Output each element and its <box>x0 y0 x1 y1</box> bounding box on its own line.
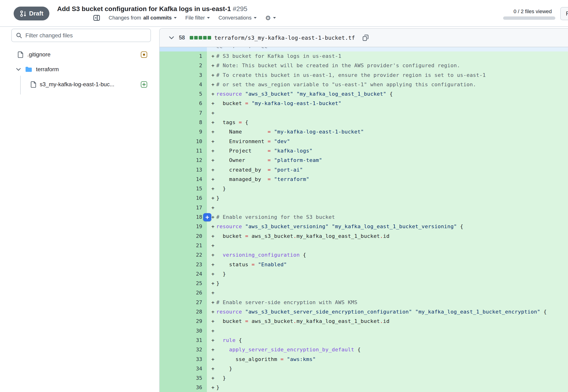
filter-changed-files-input[interactable] <box>25 32 150 39</box>
code-token: "aws_s3_bucket" <box>245 91 293 97</box>
line-number[interactable]: 28 <box>160 307 207 317</box>
changes-from-dropdown[interactable]: Changes from all commits <box>109 15 177 21</box>
line-content: + bucket = aws_s3_bucket.my_kafka_log_ea… <box>207 317 568 326</box>
code-token: { <box>386 91 393 97</box>
diff-line-23: 23+ status = "Enabled" <box>160 260 568 269</box>
line-number[interactable]: 15 <box>160 184 207 193</box>
line-number[interactable]: 21 <box>160 241 207 250</box>
line-number[interactable]: 36 <box>160 383 207 392</box>
diff-line-33: 33+ sse_algorithm = "aws:kms" <box>160 355 568 364</box>
line-number[interactable]: 17 <box>160 203 207 212</box>
code-token <box>216 252 223 258</box>
file-filter-dropdown[interactable]: File filter <box>185 15 210 21</box>
gear-icon: ⚙ <box>265 15 271 21</box>
line-content: + bucket = aws_s3_bucket.my_kafka_log_ea… <box>207 231 568 241</box>
diff-toolbar: Changes from all commits File filter Con… <box>93 14 276 22</box>
diff-settings-dropdown[interactable]: ⚙ <box>265 15 276 21</box>
file-path-link[interactable]: terraform/s3_my-kafka-log-east-1-bucket.… <box>214 35 355 41</box>
line-content: +# or set the aws_region variable to "us… <box>207 80 568 89</box>
line-number[interactable]: 18 <box>160 212 207 222</box>
collapse-sidebar-icon <box>93 14 100 21</box>
code-token: = <box>245 318 249 324</box>
line-number[interactable]: 30 <box>160 326 207 336</box>
line-number[interactable]: 20 <box>160 231 207 241</box>
hunk-header-text: @@ -0,0 +1,58 @@ <box>216 47 268 48</box>
line-number[interactable]: 16 <box>160 193 207 203</box>
code-token <box>412 309 415 315</box>
diff-line-14: 14+ managed_by = "terraform" <box>160 175 568 184</box>
line-number[interactable]: 9 <box>160 127 207 137</box>
addition-marker: + <box>211 317 216 326</box>
line-number[interactable]: 27 <box>160 298 207 307</box>
line-content: +# S3 bucket for Kafka logs in us-east-1 <box>207 52 568 61</box>
line-number[interactable]: 14 <box>160 175 207 184</box>
add-line-comment-button[interactable]: + <box>203 213 211 221</box>
addition-marker: + <box>211 383 216 392</box>
diff-line-25: 25+} <box>160 279 568 288</box>
code-token: # or set the aws_region variable to "us-… <box>216 82 476 87</box>
hunk-gutter <box>160 47 207 52</box>
line-number[interactable]: 5 <box>160 89 207 99</box>
line-number[interactable]: 7 <box>160 108 207 118</box>
line-number[interactable]: 11 <box>160 146 207 155</box>
code-token <box>284 356 287 362</box>
code-token: id <box>383 233 390 239</box>
line-number[interactable]: 31 <box>160 336 207 345</box>
collapse-file-button[interactable] <box>169 36 174 40</box>
code-token: "kafka-logs" <box>274 148 313 154</box>
tree-item-s3-bucket-file[interactable]: s3_my-kafka-log-east-1-buc... <box>0 78 155 91</box>
line-number[interactable]: 1 <box>160 52 207 61</box>
code-token <box>271 176 274 182</box>
copy-path-button[interactable] <box>363 35 369 41</box>
line-number[interactable]: 23 <box>160 260 207 269</box>
line-number[interactable]: 2 <box>160 61 207 70</box>
diff-line-1: 1+# S3 bucket for Kafka logs in us-east-… <box>160 52 568 61</box>
caret-down-icon <box>174 17 177 19</box>
line-number[interactable]: 12 <box>160 155 207 165</box>
line-number[interactable]: 33 <box>160 355 207 364</box>
conversations-dropdown[interactable]: Conversations <box>218 15 257 21</box>
line-number[interactable]: 3 <box>160 70 207 80</box>
code-token <box>242 224 245 229</box>
line-number[interactable]: 6 <box>160 99 207 108</box>
diff-file-header: 58 terraform/s3_my-kafka-log-east-1-buck… <box>160 29 568 47</box>
diff-line-20: 20+ bucket = aws_s3_bucket.my_kafka_log_… <box>160 231 568 241</box>
line-number[interactable]: 35 <box>160 373 207 383</box>
caret-down-icon <box>273 17 276 19</box>
line-number[interactable]: 25 <box>160 279 207 288</box>
line-number[interactable]: 19 <box>160 222 207 231</box>
code-token: "my-kafka-log-east-1-bucket" <box>274 129 364 135</box>
code-token <box>242 91 245 97</box>
code-token: "aws_s3_bucket_server_side_encryption_co… <box>245 309 412 315</box>
addition-marker: + <box>211 260 216 269</box>
hunk-content: @@ -0,0 +1,58 @@ <box>207 47 568 52</box>
code-token: { <box>540 309 547 315</box>
review-changes-button[interactable]: R <box>560 7 568 20</box>
line-number[interactable]: 10 <box>160 137 207 146</box>
code-token: } <box>216 280 220 286</box>
draft-badge-label: Draft <box>29 10 43 17</box>
file-filter-label: File filter <box>185 15 205 21</box>
line-number[interactable]: 22 <box>160 250 207 260</box>
toggle-file-tree-button[interactable] <box>93 14 100 21</box>
line-number[interactable]: 8 <box>160 118 207 127</box>
diff-line-22: 22+ versioning_configuration { <box>160 250 568 260</box>
diffstat-square <box>190 36 193 40</box>
draft-badge: Draft <box>14 7 49 20</box>
line-content: + status = "Enabled" <box>207 260 568 269</box>
tree-item-terraform-folder[interactable]: terraform <box>0 63 155 76</box>
line-number[interactable]: 29 <box>160 317 207 326</box>
line-number[interactable]: 32 <box>160 345 207 354</box>
tree-item-gitignore[interactable]: .gitignore <box>0 48 155 61</box>
line-number[interactable]: 24 <box>160 269 207 279</box>
line-number[interactable]: 13 <box>160 165 207 175</box>
line-number[interactable]: 4 <box>160 80 207 89</box>
tree-item-label: .gitignore <box>27 51 51 58</box>
line-number[interactable]: 26 <box>160 288 207 297</box>
line-number[interactable]: 34 <box>160 364 207 373</box>
code-token: "port-ai" <box>274 167 303 173</box>
files-viewed-progress <box>503 16 555 20</box>
line-content: +# Enable server-side encryption with AW… <box>207 298 568 307</box>
code-token: "my-kafka-log-east-1-bucket" <box>252 100 341 106</box>
line-content: + } <box>207 364 568 373</box>
